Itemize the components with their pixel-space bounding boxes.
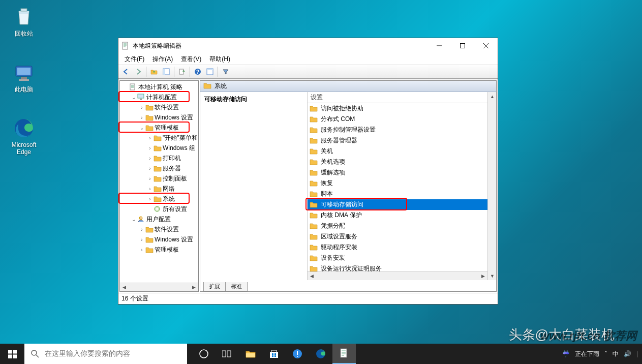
menu-view[interactable]: 查看(V)	[177, 54, 205, 65]
back-button[interactable]	[120, 66, 132, 77]
tree-item[interactable]: ⌄计算机配置	[120, 92, 198, 102]
desktop-recycle-bin[interactable]: 回收站	[5, 5, 43, 38]
tab-standard[interactable]: 标准	[225, 282, 248, 291]
tree-twist-icon[interactable]: ›	[138, 105, 145, 110]
tree-twist-icon[interactable]: ›	[138, 115, 145, 120]
system-tray[interactable]: ☔ 正在下雨 ˄ 中 🔊 |	[558, 344, 642, 364]
tree-item[interactable]: ›系统	[120, 194, 198, 204]
tree-item[interactable]: ›网络	[120, 184, 198, 194]
taskbar-search[interactable]: 在这里输入你要搜索的内容	[24, 344, 187, 364]
list-item[interactable]: 访问被拒绝协助	[308, 103, 487, 114]
tree-twist-icon[interactable]: ›	[138, 247, 145, 253]
tree-twist-icon[interactable]: ›	[146, 145, 154, 151]
tree-item[interactable]: 所有设置	[120, 204, 198, 214]
tree-twist-icon[interactable]: ›	[146, 176, 154, 181]
tree-twist-icon[interactable]: ⌄	[130, 95, 137, 100]
show-hide-tree-button[interactable]	[161, 66, 172, 77]
menu-help[interactable]: 帮助(H)	[205, 54, 234, 65]
list-item[interactable]: 设备运行状况证明服务	[308, 263, 487, 271]
list-item[interactable]: 可移动存储访问	[308, 199, 487, 210]
titlebar[interactable]: 本地组策略编辑器	[118, 38, 498, 53]
taskbar-store[interactable]	[262, 344, 286, 364]
tree-item[interactable]: ›服务器	[120, 163, 198, 173]
tray-chevron-up-icon[interactable]: ˄	[604, 350, 607, 357]
scroll-down-icon[interactable]: ▼	[488, 271, 497, 280]
tree-twist-icon[interactable]: ›	[146, 186, 154, 192]
list-item[interactable]: 缓解选项	[308, 167, 487, 178]
cortana-button[interactable]	[192, 344, 216, 364]
list-item[interactable]: 脚本	[308, 189, 487, 199]
desktop-this-pc[interactable]: 此电脑	[5, 61, 43, 94]
scroll-left-icon[interactable]: ◀	[308, 272, 316, 281]
start-button[interactable]	[0, 344, 24, 364]
tree-item[interactable]: ›Windows 设置	[120, 234, 198, 245]
tree-item[interactable]: ⌄用户配置	[120, 214, 198, 224]
tab-extended[interactable]: 扩展	[203, 282, 226, 291]
taskbar-tips[interactable]	[286, 344, 309, 364]
list-vscrollbar[interactable]: ▲ ▼	[487, 92, 496, 280]
list-item[interactable]: 设备安装	[308, 253, 487, 263]
tree-twist-icon[interactable]: ⌄	[138, 125, 145, 131]
tree-twist-icon[interactable]: ›	[138, 227, 145, 232]
filter-button[interactable]	[220, 66, 231, 77]
tree-twist-icon[interactable]: ›	[146, 135, 154, 141]
taskbar-edge[interactable]	[309, 344, 332, 364]
menu-action[interactable]: 操作(A)	[148, 54, 177, 65]
folder-icon	[154, 195, 162, 203]
tree-item[interactable]: ›Windows 组	[120, 143, 198, 153]
tree-item[interactable]: ›打印机	[120, 153, 198, 163]
forward-button[interactable]	[133, 66, 144, 77]
search-icon	[30, 349, 40, 358]
menu-file[interactable]: 文件(F)	[120, 54, 148, 65]
list-item[interactable]: 分布式 COM	[308, 114, 487, 125]
tree-twist-icon[interactable]: ›	[146, 156, 154, 161]
list-item[interactable]: 关机	[308, 146, 487, 157]
tree-item[interactable]: ›Windows 设置	[120, 112, 198, 123]
list-item[interactable]: 驱动程序安装	[308, 242, 487, 253]
tree-twist-icon[interactable]: ⌄	[130, 217, 137, 222]
list-item[interactable]: 服务器管理器	[308, 135, 487, 146]
taskbar-explorer[interactable]	[239, 344, 262, 364]
list-item[interactable]: 内核 DMA 保护	[308, 210, 487, 221]
tree-twist-icon[interactable]: ›	[146, 166, 154, 171]
list-column-header[interactable]: 设置	[308, 92, 487, 103]
svg-rect-15	[130, 84, 135, 90]
policy-tree[interactable]: 本地计算机 策略⌄计算机配置›软件设置›Windows 设置⌄管理模板›"开始"…	[120, 81, 198, 283]
list-item[interactable]: 关机选项	[308, 157, 487, 167]
list-hscrollbar[interactable]: ◀ ▶	[308, 271, 487, 280]
properties-button[interactable]	[204, 66, 216, 77]
export-button[interactable]	[176, 66, 188, 77]
close-button[interactable]	[474, 38, 498, 53]
scroll-right-icon[interactable]: ▶	[190, 283, 198, 292]
tree-item[interactable]: ›软件设置	[120, 224, 198, 234]
desktop-edge[interactable]: Microsoft Edge	[5, 117, 43, 156]
list-item[interactable]: 区域设置服务	[308, 231, 487, 242]
tray-ime[interactable]: 中	[613, 350, 619, 358]
tray-weather-icon: ☔	[562, 350, 570, 357]
tree-twist-icon[interactable]: ›	[138, 237, 145, 242]
tree-item[interactable]: 本地计算机 策略	[120, 82, 198, 92]
tree-hscrollbar[interactable]: ◀ ▶	[120, 283, 198, 291]
settings-list[interactable]: 访问被拒绝协助分布式 COM服务控制管理器设置服务器管理器关机关机选项缓解选项恢…	[308, 103, 487, 271]
tree-item[interactable]: ⌄管理模板	[120, 123, 198, 133]
tree-item[interactable]: ›软件设置	[120, 102, 198, 112]
taskbar-gpedit[interactable]	[332, 344, 356, 364]
up-button[interactable]	[148, 66, 160, 77]
svg-rect-34	[274, 355, 276, 357]
minimize-button[interactable]	[427, 38, 451, 53]
scroll-left-icon[interactable]: ◀	[120, 283, 129, 292]
help-button[interactable]: ?	[192, 66, 203, 77]
tree-item[interactable]: ›控制面板	[120, 173, 198, 184]
list-item[interactable]: 服务控制管理器设置	[308, 125, 487, 135]
tray-volume-icon[interactable]: 🔊	[624, 350, 631, 357]
task-view-button[interactable]	[216, 344, 239, 364]
scroll-right-icon[interactable]: ▶	[479, 272, 487, 281]
svg-rect-14	[207, 69, 213, 70]
list-item[interactable]: 凭据分配	[308, 221, 487, 231]
tree-item[interactable]: ›管理模板	[120, 245, 198, 255]
list-item[interactable]: 恢复	[308, 178, 487, 189]
tree-twist-icon[interactable]: ›	[146, 196, 154, 202]
maximize-button[interactable]	[451, 38, 474, 53]
tree-item[interactable]: ›"开始"菜单和	[120, 133, 198, 143]
scroll-up-icon[interactable]: ▲	[488, 92, 497, 101]
